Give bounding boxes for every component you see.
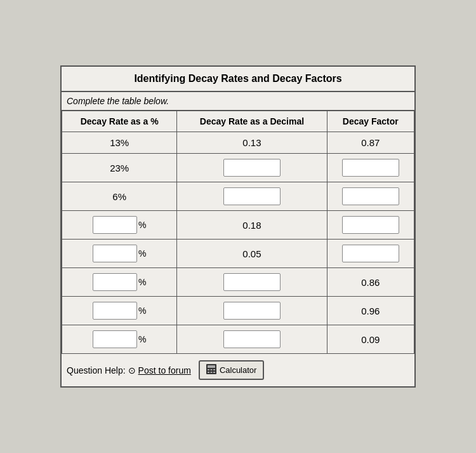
cell-decimal-2[interactable] [177,182,327,211]
table-row: %0.96 [62,297,414,325]
cell-percent-1: 23% [62,154,177,182]
cell-factor-7: 0.09 [327,325,414,354]
data-table: Decay Rate as a % Decay Rate as a Decima… [62,111,414,354]
input-decimal-7[interactable] [223,330,281,348]
cell-decimal-0: 0.13 [177,132,327,154]
input-factor-3[interactable] [342,216,399,234]
cell-percent-5[interactable]: % [62,268,177,297]
value-factor-6: 0.96 [361,306,380,316]
cell-percent-2: 6% [62,182,177,211]
calculator-label: Calculator [220,365,257,375]
value-percent-2: 6% [112,191,126,202]
cell-percent-3[interactable]: % [62,211,177,240]
cell-percent-7[interactable]: % [62,325,177,354]
table-row: 23% [62,154,414,182]
question-help-label: Question Help: [67,365,126,375]
value-decimal-4: 0.05 [242,248,261,259]
table-row: 6% [62,182,414,211]
value-decimal-0: 0.13 [242,137,261,148]
col-header-decimal: Decay Rate as a Decimal [177,111,327,132]
svg-rect-5 [208,372,209,373]
input-factor-2[interactable] [342,187,399,205]
svg-rect-4 [213,369,215,370]
percent-sign-6: % [138,306,146,316]
cell-percent-6[interactable]: % [62,297,177,325]
percent-sign-4: % [138,248,146,259]
cell-decimal-3: 0.18 [177,211,327,240]
col-header-percent: Decay Rate as a % [62,111,177,132]
cell-factor-4[interactable] [327,240,414,268]
card-title: Identifying Decay Rates and Decay Factor… [62,67,414,92]
calculator-button[interactable]: Calculator [199,360,265,380]
value-factor-7: 0.09 [361,334,380,345]
cell-factor-6: 0.96 [327,297,414,325]
percent-sign-5: % [138,277,146,287]
table-row: %0.18 [62,211,414,240]
value-factor-5: 0.86 [361,277,380,288]
svg-rect-1 [208,365,215,368]
input-percent-4[interactable] [93,245,137,262]
input-factor-4[interactable] [342,245,399,262]
input-factor-1[interactable] [342,159,399,177]
cell-factor-1[interactable] [327,154,414,182]
question-help: Question Help: ⊙ Post to forum [67,365,191,375]
table-row: %0.86 [62,268,414,297]
footer: Question Help: ⊙ Post to forum Calculato… [62,354,414,386]
svg-rect-7 [213,372,215,373]
cell-percent-0: 13% [62,132,177,154]
subtitle: Complete the table below. [62,92,414,111]
main-card: Identifying Decay Rates and Decay Factor… [60,65,416,388]
svg-rect-2 [208,369,209,370]
input-decimal-1[interactable] [223,159,281,177]
input-decimal-5[interactable] [223,273,281,291]
cell-decimal-7[interactable] [177,325,327,354]
cell-percent-4[interactable]: % [62,240,177,268]
cell-decimal-6[interactable] [177,297,327,325]
calculator-icon [206,364,216,376]
cell-factor-5: 0.86 [327,268,414,297]
col-header-factor: Decay Factor [327,111,414,132]
input-percent-5[interactable] [93,273,137,291]
svg-rect-3 [210,369,212,370]
post-to-forum-link[interactable]: Post to forum [138,365,191,375]
value-decimal-3: 0.18 [242,220,261,231]
cell-decimal-5[interactable] [177,268,327,297]
cell-factor-2[interactable] [327,182,414,211]
cell-decimal-1[interactable] [177,154,327,182]
percent-sign-7: % [138,334,146,344]
input-decimal-6[interactable] [223,302,281,320]
input-percent-3[interactable] [93,216,137,234]
percent-sign-3: % [138,220,146,230]
post-icon: ⊙ [128,365,136,375]
value-percent-1: 23% [110,163,129,173]
cell-factor-0: 0.87 [327,132,414,154]
cell-factor-3[interactable] [327,211,414,240]
input-decimal-2[interactable] [223,187,281,205]
input-percent-6[interactable] [93,302,137,320]
table-row: %0.09 [62,325,414,354]
table-row: 13%0.130.87 [62,132,414,154]
input-percent-7[interactable] [93,330,137,348]
value-percent-0: 13% [110,137,129,148]
cell-decimal-4: 0.05 [177,240,327,268]
value-factor-0: 0.87 [361,137,380,148]
table-row: %0.05 [62,240,414,268]
svg-rect-6 [210,372,212,373]
